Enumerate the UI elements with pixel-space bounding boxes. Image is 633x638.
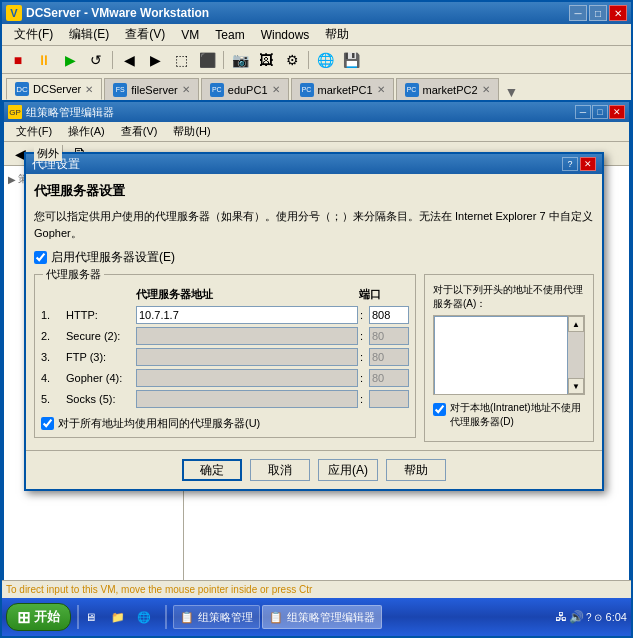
toolbar-btn4[interactable]: ⬛ [195,49,219,71]
scrollbar-up-btn[interactable]: ▲ [568,316,584,332]
dialog-help-button[interactable]: ? [562,157,578,171]
toolbar-drive-btn[interactable]: 💾 [339,49,363,71]
tab-edupc1[interactable]: PC eduPC1 ✕ [201,78,289,100]
same-proxy-checkbox[interactable] [41,417,54,430]
col-addr: 代理服务器地址 [136,287,359,302]
dialog-apply-button[interactable]: 应用(A) [318,459,378,481]
main-content: GP 组策略管理编辑器 ─ □ ✕ 文件(F) 操作(A) 查看(V) 帮助(H… [2,100,631,636]
dialog-proxy-settings: 代理设置 ? ✕ 代理服务器设置 您可以指定供用户使用的代理服务器（如果有）。使… [24,152,604,491]
tab-marketpc2[interactable]: PC marketPC2 ✕ [396,78,499,100]
quick-launch-sep [77,605,79,629]
maximize-button[interactable]: □ [589,5,607,21]
tab-edupc1-close[interactable]: ✕ [272,84,280,95]
app-icon: V [6,5,22,21]
scrollbar-down-btn[interactable]: ▼ [568,378,584,394]
inner-close-btn[interactable]: ✕ [609,105,625,119]
inner-menu-bar: 文件(F) 操作(A) 查看(V) 帮助(H) [4,122,629,142]
inner-menu-help[interactable]: 帮助(H) [165,122,218,141]
inner-menu-action[interactable]: 操作(A) [60,122,113,141]
dialog-title-controls: ? ✕ [562,157,596,171]
menu-edit[interactable]: 编辑(E) [61,24,117,45]
toolbar-prev-btn[interactable]: ◀ [117,49,141,71]
proxy-row-1: 1. HTTP: : [41,306,409,324]
proxy-row-4: 4. Gopher (4): : [41,369,409,387]
toolbar-btn5[interactable]: ⚙ [280,49,304,71]
tab-marketpc1-close[interactable]: ✕ [377,84,385,95]
tab-dcserver-label: DCServer [33,83,81,95]
exceptions-textarea[interactable] [434,316,568,395]
tray-help-icon[interactable]: ? [586,612,592,623]
proxy-row1-port[interactable] [369,306,409,324]
proxy-row3-num: 3. [41,351,66,363]
tab-fileserver-label: fileServer [131,84,177,96]
proxy-row4-port [369,369,409,387]
enable-proxy-checkbox[interactable] [34,251,47,264]
proxy-row1-addr[interactable] [136,306,358,324]
toolbar-refresh-btn[interactable]: ↺ [84,49,108,71]
dialog-ok-button[interactable]: 确定 [182,459,242,481]
title-bar: V DCServer - VMware Workstation ─ □ ✕ [2,2,631,24]
dialog-content: 代理服务器设置 您可以指定供用户使用的代理服务器（如果有）。使用分号（；）来分隔… [26,174,602,450]
taskbar-item-1[interactable]: 📋 组策略管理 [173,605,260,629]
inner-menu-file[interactable]: 文件(F) [8,122,60,141]
menu-bar: 文件(F) 编辑(E) 查看(V) VM Team Windows 帮助 [2,24,631,46]
tab-dcserver[interactable]: DC DCServer ✕ [6,78,102,100]
col-port: 端口 [359,287,409,302]
toolbar-stop-btn[interactable]: ■ [6,49,30,71]
col-type [66,287,136,302]
proxy-table-header: 代理服务器地址 端口 [41,287,409,302]
toolbar-btn3[interactable]: ⬚ [169,49,193,71]
tree-expand-icon: ▶ [8,174,16,185]
enable-proxy-row: 启用代理服务器设置(E) [34,249,594,266]
tray-network-icon: 🖧 [555,610,567,624]
tab-dcserver-close[interactable]: ✕ [85,84,93,95]
tab-fileserver[interactable]: FS fileServer ✕ [104,78,198,100]
toolbar-sep-2 [223,51,224,69]
start-button[interactable]: ⊞ 开始 [6,603,71,631]
taskbar-item-2[interactable]: 📋 组策略管理编辑器 [262,605,382,629]
vmware-window: V DCServer - VMware Workstation ─ □ ✕ 文件… [0,0,633,638]
bottom-message-bar: To direct input to this VM, move the mou… [2,580,631,598]
exceptions-scrollbox: ▲ ▼ [433,315,585,395]
taskbar-ie2-icon[interactable]: 🌐 [137,605,159,629]
col-num [41,287,66,302]
inner-minimize-btn[interactable]: ─ [575,105,591,119]
proxy-row-3: 3. FTP (3): : [41,348,409,366]
taskbar-ie-icon[interactable]: 🖥 [85,605,107,629]
inner-maximize-btn[interactable]: □ [592,105,608,119]
menu-file[interactable]: 文件(F) [6,24,61,45]
taskbar-folder-icon[interactable]: 📁 [111,605,133,629]
toolbar-play-btn[interactable]: ▶ [58,49,82,71]
menu-vm[interactable]: VM [173,26,207,44]
same-proxy-label: 对于所有地址均使用相同的代理服务器(U) [58,416,260,431]
menu-help[interactable]: 帮助 [317,24,357,45]
exceptions-desc: 对于以下列开头的地址不使用代理服务器(A)： [433,283,585,311]
tab-download-icon[interactable]: ▼ [505,84,519,100]
intranet-checkbox[interactable] [433,403,446,416]
toolbar-snap-btn[interactable]: 📷 [228,49,252,71]
tab-marketpc1[interactable]: PC marketPC1 ✕ [291,78,394,100]
colon-3: : [360,351,363,363]
tray-dots-icon[interactable]: ⊙ [594,612,602,623]
dialog-close-button[interactable]: ✕ [580,157,596,171]
toolbar-pause-btn[interactable]: ⏸ [32,49,56,71]
toolbar-snap-btn2[interactable]: 🖼 [254,49,278,71]
minimize-button[interactable]: ─ [569,5,587,21]
dialog-help-btn2[interactable]: 帮助 [386,459,446,481]
menu-windows[interactable]: Windows [253,26,318,44]
menu-team[interactable]: Team [207,26,252,44]
tab-marketpc2-close[interactable]: ✕ [482,84,490,95]
intranet-row: 对于本地(Intranet)地址不使用代理服务器(D) [433,401,585,429]
same-proxy-row: 对于所有地址均使用相同的代理服务器(U) [41,416,409,431]
colon-5: : [360,393,363,405]
dialog-cancel-button[interactable]: 取消 [250,459,310,481]
proxy-group-title: 代理服务器 [43,267,104,282]
toolbar-next-btn[interactable]: ▶ [143,49,167,71]
close-button[interactable]: ✕ [609,5,627,21]
proxy-row4-type: Gopher (4): [66,372,136,384]
menu-view[interactable]: 查看(V) [117,24,173,45]
dialog-section-title: 代理服务器设置 [34,182,594,200]
toolbar-network-btn[interactable]: 🌐 [313,49,337,71]
tab-fileserver-close[interactable]: ✕ [182,84,190,95]
inner-menu-view[interactable]: 查看(V) [113,122,166,141]
